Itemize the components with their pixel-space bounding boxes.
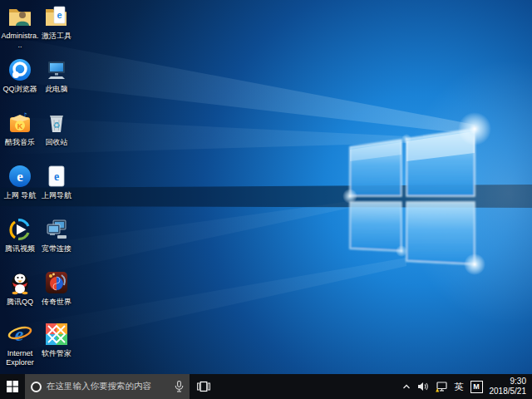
- icon-label: QQ浏览器: [2, 85, 37, 94]
- kuwo-music-icon: ♪ K: [7, 110, 33, 136]
- recycle-bin-icon: ♻: [43, 110, 70, 136]
- icon-label: 腾讯QQ: [7, 298, 33, 307]
- desktop-icon-tencent-qq[interactable]: 腾讯QQ: [1, 269, 39, 307]
- taskbar-search-input[interactable]: 在这里输入你要搜索的内容: [25, 374, 190, 399]
- this-pc-icon: [43, 57, 70, 83]
- svg-text:e: e: [54, 170, 59, 183]
- svg-text:♻: ♻: [53, 121, 61, 130]
- ime-mode-indicator[interactable]: M: [470, 381, 483, 393]
- icon-label: 激活工具: [42, 32, 71, 41]
- taskbar-clock[interactable]: 9:30 2018/5/21: [490, 377, 529, 397]
- task-view-button[interactable]: [190, 374, 218, 399]
- icon-label: 腾讯视频: [5, 244, 35, 254]
- cortana-icon: [31, 382, 42, 392]
- software-manager-icon: [43, 321, 70, 347]
- desktop-icon-web-nav-circle[interactable]: e 上网 导航: [1, 163, 39, 200]
- taskbar: 在这里输入你要搜索的内容: [0, 374, 532, 399]
- e-browser-circle-icon: e: [7, 163, 33, 190]
- icon-label: 上网导航: [42, 191, 71, 200]
- search-placeholder: 在这里输入你要搜索的内容: [47, 381, 170, 392]
- clock-date: 2018/5/21: [490, 387, 527, 397]
- desktop-icon-legend-world[interactable]: 传奇世界: [37, 269, 76, 307]
- icon-label: 酷我音乐: [5, 138, 35, 147]
- internet-explorer-icon: e: [7, 321, 33, 347]
- svg-text:e: e: [15, 323, 24, 345]
- svg-text:e: e: [17, 169, 23, 185]
- qq-browser-icon: [7, 57, 33, 83]
- icon-label: Administra...: [1, 32, 39, 50]
- desktop-icon-tencent-video[interactable]: 腾讯视频: [1, 216, 39, 254]
- icon-label: 回收站: [46, 138, 68, 147]
- icon-label: 上网 导航: [4, 191, 37, 200]
- e-browser-page-icon: e: [43, 163, 70, 190]
- ime-language-indicator[interactable]: 英: [455, 381, 464, 393]
- desktop-icon-this-pc[interactable]: 此电脑: [37, 57, 76, 94]
- clock-time: 9:30: [490, 377, 527, 387]
- icon-label: 软件管家: [42, 349, 71, 358]
- taskbar-empty-area: [218, 374, 402, 399]
- tencent-video-icon: [7, 216, 33, 243]
- task-view-icon: [197, 381, 210, 392]
- icon-label: 此电脑: [46, 85, 68, 94]
- desktop-icon-recycle-bin[interactable]: ♻ 回收站: [37, 110, 76, 147]
- volume-icon[interactable]: [417, 382, 429, 392]
- qq-penguin-icon: [7, 269, 33, 296]
- legend-world-game-icon: [43, 269, 70, 296]
- system-tray: 英 M 9:30 2018/5/21: [402, 374, 532, 399]
- start-button[interactable]: [0, 374, 25, 399]
- desktop-icon-software-manager[interactable]: 软件管家: [37, 321, 76, 358]
- windows-logo-icon: [7, 381, 18, 392]
- desktop-screen: Administra... e 激活工具 QQ浏览器: [0, 0, 532, 399]
- hidden-icons-chevron-icon[interactable]: [402, 383, 411, 390]
- user-folder-icon: [7, 3, 33, 30]
- icon-label: 宽带连接: [42, 244, 71, 254]
- desktop-icon-web-nav-page[interactable]: e 上网导航: [37, 163, 76, 200]
- folder-edge-icon: e: [43, 3, 70, 30]
- svg-text:e: e: [57, 10, 62, 20]
- microphone-icon[interactable]: [175, 381, 184, 392]
- icon-label: 传奇世界: [42, 298, 71, 307]
- broadband-connection-icon: [43, 216, 70, 243]
- desktop-icon-administrator[interactable]: Administra...: [1, 3, 39, 50]
- desktop-icon-activation-tool[interactable]: e 激活工具: [37, 3, 76, 41]
- desktop-icon-qq-browser[interactable]: QQ浏览器: [1, 57, 39, 94]
- network-warning-icon[interactable]: [436, 382, 448, 392]
- desktop-icon-internet-explorer[interactable]: e Internet Explorer: [1, 321, 39, 367]
- icon-label: Internet Explorer: [1, 349, 39, 367]
- desktop-icon-kuwo-music[interactable]: ♪ K 酷我音乐: [1, 110, 39, 147]
- desktop-icon-broadband[interactable]: 宽带连接: [37, 216, 76, 254]
- svg-text:K: K: [17, 122, 23, 131]
- windows-hero-wallpaper: [0, 0, 532, 374]
